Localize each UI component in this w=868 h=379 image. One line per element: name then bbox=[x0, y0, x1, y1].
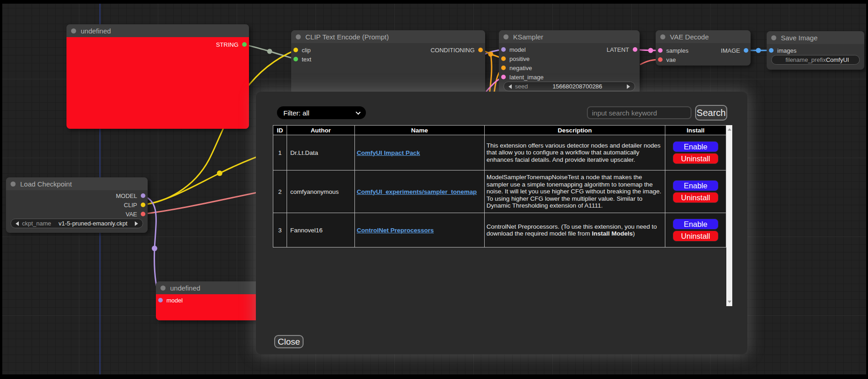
next-arrow-icon[interactable] bbox=[135, 221, 138, 226]
extensions-table: IDAuthorNameDescriptionInstall 1Dr.Lt.Da… bbox=[273, 125, 726, 247]
input-dot-latent-image[interactable] bbox=[501, 75, 506, 79]
node-title: CLIP Text Encode (Prompt) bbox=[305, 33, 389, 41]
increment-arrow-icon[interactable] bbox=[627, 84, 630, 89]
extensions-table-zone: IDAuthorNameDescriptionInstall 1Dr.Lt.Da… bbox=[273, 125, 732, 306]
input-dot-negative[interactable] bbox=[501, 66, 506, 70]
output-slot-image[interactable]: IMAGE bbox=[656, 46, 751, 55]
cell-install: EnableUninstall bbox=[665, 135, 726, 170]
extension-link[interactable]: ComfyUI Impact Pack bbox=[357, 149, 420, 156]
node-title-bar[interactable]: VAE Decode bbox=[656, 30, 751, 43]
scroll-up-icon[interactable] bbox=[728, 128, 731, 131]
output-dot-model[interactable] bbox=[141, 193, 145, 198]
output-dot-conditioning[interactable] bbox=[478, 48, 483, 52]
node-status-dot-icon bbox=[11, 181, 16, 187]
output-slot-vae[interactable]: VAE bbox=[6, 209, 148, 219]
node-status-dot-icon bbox=[771, 35, 776, 40]
cell-install: EnableUninstall bbox=[665, 213, 726, 247]
node-status-dot-icon bbox=[71, 28, 76, 33]
node-ksampler[interactable]: KSampler model positive negative latent_… bbox=[499, 30, 640, 94]
wire-dot-latent bbox=[648, 48, 653, 53]
input-dot-text[interactable] bbox=[293, 57, 298, 61]
cell-id: 2 bbox=[273, 170, 287, 213]
input-slot-latent-image[interactable]: latent_image bbox=[499, 72, 640, 82]
output-slot-clip[interactable]: CLIP bbox=[6, 200, 148, 209]
search-input[interactable] bbox=[587, 106, 691, 119]
node-title-bar[interactable]: Load Checkpoint bbox=[6, 177, 148, 190]
input-dot-images[interactable] bbox=[769, 48, 774, 53]
output-dot-image[interactable] bbox=[744, 48, 748, 53]
node-undefined-string[interactable]: undefined STRING bbox=[66, 24, 249, 129]
extensions-table-body: 1Dr.Lt.DataComfyUI Impact PackThis exten… bbox=[273, 135, 726, 247]
input-slot-vae[interactable]: vae bbox=[656, 55, 751, 64]
input-dot-model[interactable] bbox=[158, 298, 163, 302]
enable-button[interactable]: Enable bbox=[673, 219, 719, 230]
input-slot-text[interactable]: text bbox=[291, 55, 485, 64]
description-text: ) bbox=[633, 230, 635, 237]
uninstall-button[interactable]: Uninstall bbox=[673, 192, 719, 203]
input-dot-positive[interactable] bbox=[501, 56, 506, 61]
filter-dropdown[interactable]: Filter: all bbox=[277, 106, 366, 119]
input-slot-positive[interactable]: positive bbox=[499, 54, 640, 63]
node-title-bar[interactable]: CLIP Text Encode (Prompt) bbox=[291, 30, 485, 43]
node-title: Load Checkpoint bbox=[20, 180, 72, 188]
table-scrollbar[interactable] bbox=[726, 125, 732, 306]
output-dot-vae[interactable] bbox=[141, 212, 145, 216]
output-dot-string[interactable] bbox=[242, 42, 247, 47]
output-slot-string[interactable]: STRING bbox=[66, 40, 249, 49]
previous-arrow-icon[interactable] bbox=[16, 221, 19, 226]
node-body: samples vae IMAGE bbox=[656, 43, 751, 66]
node-title-bar[interactable]: Save Image bbox=[767, 31, 864, 44]
wire-vae-right bbox=[143, 189, 275, 214]
decrement-arrow-icon[interactable] bbox=[509, 84, 512, 89]
node-title: undefined bbox=[170, 284, 200, 292]
cell-author: comfyanonymous bbox=[287, 170, 355, 213]
uninstall-button[interactable]: Uninstall bbox=[673, 153, 719, 164]
cell-id: 1 bbox=[273, 135, 287, 170]
table-row: 2comfyanonymousComfyUI_experiments/sampl… bbox=[273, 170, 726, 213]
node-status-dot-icon bbox=[296, 34, 301, 39]
input-slot-images[interactable]: images bbox=[767, 46, 864, 55]
node-body: clip text CONDITIONING bbox=[291, 43, 485, 94]
seed-widget[interactable]: seed 156680208700286 bbox=[503, 82, 635, 91]
column-header: Install bbox=[665, 126, 726, 135]
wire-dot-clip bbox=[217, 170, 222, 176]
close-button[interactable]: Close bbox=[274, 335, 304, 348]
node-save-image[interactable]: Save Image images filename_prefix ComfyU… bbox=[767, 31, 864, 70]
wire-dot-image bbox=[756, 48, 761, 53]
scroll-down-icon[interactable] bbox=[728, 301, 731, 303]
output-dot-clip[interactable] bbox=[141, 203, 145, 207]
cell-author: Fannovel16 bbox=[287, 213, 355, 247]
filename-prefix-widget[interactable]: filename_prefix ComfyUI bbox=[771, 55, 860, 65]
input-dot-vae[interactable] bbox=[658, 57, 663, 62]
node-vae-decode[interactable]: VAE Decode samples vae IMAGE bbox=[656, 30, 751, 66]
output-slot-conditioning[interactable]: CONDITIONING bbox=[291, 45, 485, 55]
extension-link[interactable]: ControlNet Preprocessors bbox=[357, 227, 434, 234]
node-title: VAE Decode bbox=[670, 33, 709, 41]
table-row: 1Dr.Lt.DataComfyUI Impact PackThis exten… bbox=[273, 135, 726, 170]
node-clip-text-encode[interactable]: CLIP Text Encode (Prompt) clip text COND… bbox=[291, 30, 485, 94]
cell-description: ControlNet Preprocessors. (To use this e… bbox=[485, 213, 665, 247]
description-text: ModelSamplerTonemapNoiseTest a node that… bbox=[487, 174, 661, 209]
uninstall-button[interactable]: Uninstall bbox=[673, 231, 719, 242]
cell-author: Dr.Lt.Data bbox=[287, 135, 355, 170]
extension-link[interactable]: ComfyUI_experiments/sampler_tonemap bbox=[357, 188, 477, 195]
wire-string-to-text bbox=[244, 44, 296, 59]
input-slot-negative[interactable]: negative bbox=[499, 63, 640, 72]
output-slot-model[interactable]: MODEL bbox=[6, 191, 148, 200]
node-title-bar[interactable]: KSampler bbox=[499, 30, 640, 43]
node-title-bar[interactable]: undefined bbox=[66, 24, 249, 37]
cell-description: This extension offers various detector n… bbox=[485, 135, 665, 170]
wire-dot-string bbox=[267, 49, 272, 54]
canvas-left-edge bbox=[0, 0, 2, 379]
search-button[interactable]: Search bbox=[695, 105, 727, 121]
extension-manager-dialog: Filter: all Search IDAuthorNameDescripti… bbox=[256, 92, 747, 354]
column-header: Description bbox=[485, 126, 665, 135]
table-header-row: IDAuthorNameDescriptionInstall bbox=[273, 126, 726, 135]
enable-button[interactable]: Enable bbox=[673, 180, 719, 191]
enable-button[interactable]: Enable bbox=[673, 141, 719, 152]
ckpt-name-widget[interactable]: ckpt_name v1-5-pruned-emaonly.ckpt bbox=[11, 219, 143, 228]
canvas-top-edge bbox=[0, 0, 868, 4]
output-slot-latent[interactable]: LATENT bbox=[499, 45, 640, 54]
node-load-checkpoint[interactable]: Load Checkpoint MODEL CLIP VAE ckpt_name… bbox=[6, 177, 148, 233]
output-dot-latent[interactable] bbox=[633, 47, 637, 52]
